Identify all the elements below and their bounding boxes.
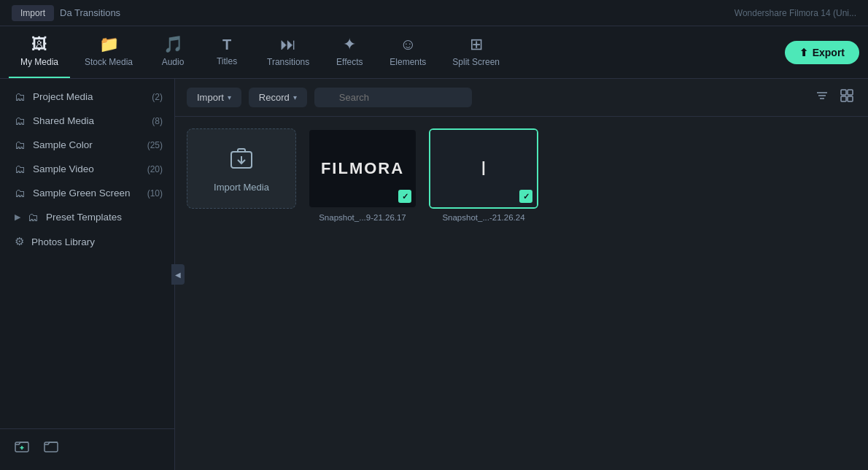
record-label: Record	[259, 92, 290, 103]
titles-icon: T	[222, 37, 231, 52]
title-bar: Import Da Transitions Wondershare Filmor…	[0, 0, 868, 26]
tab-transitions-label: Transitions	[267, 57, 309, 67]
photos-icon: ⚙	[15, 235, 24, 248]
new-folder-button[interactable]	[12, 436, 32, 457]
folder-icon-preset-templates: 🗂	[28, 211, 39, 223]
folder-icon-project: 🗂	[15, 90, 26, 103]
tab-my-media-label: My Media	[20, 57, 58, 67]
sidebar-count-sample-video: (20)	[147, 164, 163, 174]
tab-my-media[interactable]: 🖼 My Media	[9, 26, 70, 78]
sidebar-item-sample-green-screen-left: 🗂 Sample Green Screen	[15, 187, 131, 199]
media-label-snapshot-2: Snapshot_...-21.26.24	[429, 213, 538, 222]
sidebar-count-sample-green-screen: (10)	[147, 188, 163, 199]
split-screen-icon: ⊞	[470, 36, 483, 53]
chevron-right-icon: ▶	[15, 212, 20, 222]
sidebar-item-shared-media-left: 🗂 Shared Media	[15, 115, 94, 127]
tab-audio-label: Audio	[162, 57, 185, 67]
sidebar-item-sample-video-left: 🗂 Sample Video	[15, 163, 94, 175]
audio-icon: 🎵	[163, 36, 183, 53]
sidebar-count-project-media: (2)	[152, 92, 163, 102]
sidebar-item-sample-color[interactable]: 🗂 Sample Color (25)	[0, 133, 174, 157]
sidebar-item-project-media-left: 🗂 Project Media	[15, 90, 93, 103]
tabs-list: 🖼 My Media 📁 Stock Media 🎵 Audio T Title…	[9, 26, 511, 78]
transitions-icon: ⏭	[280, 36, 296, 53]
thumbnail-checkbox-snapshot-1[interactable]	[398, 190, 411, 203]
sidebar-item-sample-green-screen[interactable]: 🗂 Sample Green Screen (10)	[0, 181, 174, 205]
nav-tabs: 🖼 My Media 📁 Stock Media 🎵 Audio T Title…	[0, 26, 868, 79]
import-media-tile[interactable]: Import Media	[187, 128, 296, 209]
tab-stock-media[interactable]: 📁 Stock Media	[73, 26, 144, 78]
my-media-icon: 🖼	[31, 36, 47, 53]
import-media-label: Import Media	[214, 182, 269, 193]
sidebar-label-shared-media: Shared Media	[33, 115, 94, 126]
import-chevron-icon: ▾	[228, 93, 231, 101]
import-media-icon	[228, 145, 255, 176]
tab-elements[interactable]: ☺ Elements	[378, 26, 438, 78]
search-input[interactable]	[314, 88, 472, 107]
sidebar-item-preset-templates-left: ▶ 🗂 Preset Templates	[15, 211, 122, 223]
media-thumbnail-snapshot-2: I	[429, 128, 538, 209]
sidebar-item-sample-color-left: 🗂 Sample Color	[15, 139, 93, 151]
sidebar-item-sample-video[interactable]: 🗂 Sample Video (20)	[0, 157, 174, 181]
search-wrapper: 🔍	[314, 88, 805, 107]
media-grid: Import Media FILMORA Snapshot_...9-21.26…	[175, 117, 868, 470]
tab-transitions[interactable]: ⏭ Transitions	[255, 26, 321, 78]
sidebar-item-photos-library[interactable]: ⚙ Photos Library	[0, 229, 174, 254]
tab-titles-label: Titles	[217, 56, 237, 66]
record-button[interactable]: Record ▾	[249, 88, 307, 107]
import-label: Import	[197, 92, 224, 103]
media-label-snapshot-1: Snapshot_...9-21.26.17	[308, 213, 417, 222]
app-name: Wondershare Filmora 14 (Uni...	[735, 8, 856, 18]
folder-action-button[interactable]	[41, 436, 61, 457]
sidebar: 🗂 Project Media (2) 🗂 Shared Media (8) 🗂…	[0, 79, 175, 470]
sidebar-label-photos-library: Photos Library	[31, 236, 95, 247]
main-content: 🗂 Project Media (2) 🗂 Shared Media (8) 🗂…	[0, 79, 868, 470]
sidebar-label-sample-video: Sample Video	[33, 163, 94, 174]
sidebar-item-photos-library-left: ⚙ Photos Library	[15, 235, 95, 248]
effects-icon: ✦	[343, 36, 356, 53]
tab-split-screen-label: Split Screen	[452, 57, 500, 67]
filmora-logo-text: FILMORA	[321, 159, 404, 178]
plain-thumb-text: I	[481, 157, 487, 180]
media-tile-snapshot-2[interactable]: I Snapshot_...-21.26.24	[429, 128, 538, 222]
thumbnail-checkbox-snapshot-2[interactable]	[519, 190, 532, 203]
svg-rect-3	[44, 442, 58, 452]
tab-effects[interactable]: ✦ Effects	[324, 26, 375, 78]
grid-view-button[interactable]	[837, 86, 856, 109]
folder-icon-sample-green-screen: 🗂	[15, 187, 26, 199]
stock-media-icon: 📁	[99, 36, 119, 53]
export-icon: ⬆	[799, 47, 808, 58]
title-bar-left: Import Da Transitions	[12, 5, 120, 21]
sidebar-count-shared-media: (8)	[152, 116, 163, 126]
media-thumbnail-snapshot-1: FILMORA	[308, 128, 417, 209]
folder-icon-shared: 🗂	[15, 115, 26, 127]
tab-stock-media-label: Stock Media	[85, 57, 133, 67]
sidebar-count-sample-color: (25)	[147, 140, 163, 150]
folder-icon-sample-color: 🗂	[15, 139, 26, 151]
sidebar-item-preset-templates[interactable]: ▶ 🗂 Preset Templates	[0, 205, 174, 229]
tab-effects-label: Effects	[336, 57, 363, 67]
tab-elements-label: Elements	[390, 57, 426, 67]
folder-icon-sample-video: 🗂	[15, 163, 26, 175]
export-label: Export	[813, 47, 845, 58]
svg-rect-10	[848, 96, 853, 101]
record-chevron-icon: ▾	[293, 93, 297, 101]
svg-rect-7	[841, 90, 846, 95]
elements-icon: ☺	[400, 36, 416, 53]
sidebar-footer	[0, 428, 174, 464]
export-button[interactable]: ⬆ Export	[785, 41, 859, 64]
media-tile-snapshot-1[interactable]: FILMORA Snapshot_...9-21.26.17	[308, 128, 417, 222]
sidebar-label-preset-templates: Preset Templates	[46, 212, 122, 223]
sidebar-item-shared-media[interactable]: 🗂 Shared Media (8)	[0, 109, 174, 133]
sidebar-item-project-media[interactable]: 🗂 Project Media (2)	[0, 85, 174, 109]
svg-rect-8	[848, 90, 853, 95]
top-bar-title: Da Transitions	[60, 7, 120, 18]
tab-split-screen[interactable]: ⊞ Split Screen	[441, 26, 511, 78]
content-toolbar: Import ▾ Record ▾ 🔍	[175, 79, 868, 117]
tab-audio[interactable]: 🎵 Audio	[147, 26, 198, 78]
top-import-button[interactable]: Import	[12, 5, 54, 21]
sidebar-collapse-arrow[interactable]: ◀	[171, 264, 185, 285]
tab-titles[interactable]: T Titles	[201, 26, 252, 78]
import-button[interactable]: Import ▾	[187, 88, 241, 107]
filter-button[interactable]	[813, 86, 832, 109]
